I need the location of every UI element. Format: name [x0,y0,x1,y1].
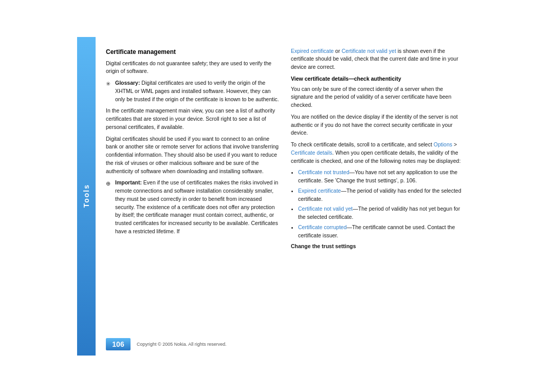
list-item-not-valid-yet: Certificate not valid yet—The period of … [298,205,466,221]
left-para1: Digital certificates do not guarantee sa… [106,60,281,76]
change-trust-heading: Change the trust settings [291,242,466,251]
cert-notes-list: Certificate not trusted—You have not set… [298,169,466,239]
list-item-expired: Expired certificate—The period of validi… [298,187,466,203]
left-column: Certificate management Digital certifica… [106,47,281,334]
cert-corrupted-link[interactable]: Certificate corrupted [298,224,347,230]
section-title: Certificate management [106,47,281,57]
right-para4-start: To check certificate details, scroll to … [291,141,434,147]
cert-not-valid-yet-link[interactable]: Certificate not valid yet [298,206,353,212]
sidebar-label: Tools [82,184,90,208]
options-link[interactable]: Options [434,141,452,147]
important-body: Even if the use of certificates makes th… [115,179,278,234]
right-para4: To check certificate details, scroll to … [291,141,466,165]
right-para4-mid: > [452,141,457,147]
sidebar: Tools [77,37,96,356]
important-bold: Important: [115,179,142,185]
right-para3: You are notified on the device display i… [291,113,466,137]
expired-cert-link[interactable]: Expired certificate [298,188,341,194]
important-box: ⊕ Important: Even if the use of certific… [106,179,281,235]
cert-details-link[interactable]: Certificate details [291,150,332,156]
left-para3: Digital certificates should be used if y… [106,135,281,176]
list-item-not-trusted: Certificate not trusted—You have not set… [298,169,466,185]
right-para2: You can only be sure of the correct iden… [291,85,466,109]
glossary-icon: ✳ [106,80,110,88]
expired-cert-link-top[interactable]: Expired certificate [291,48,334,54]
copyright-text: Copyright © 2005 Nokia. All rights reser… [137,342,227,347]
right-column: Expired certificate or Certificate not v… [291,47,466,334]
footer: 106 Copyright © 2005 Nokia. All rights r… [106,338,466,350]
cert-not-trusted-link[interactable]: Certificate not trusted [298,169,349,175]
important-icon: ⊕ [106,179,110,188]
two-column-layout: Certificate management Digital certifica… [106,47,466,334]
cert-not-valid-link-top[interactable]: Certificate not valid yet [342,48,396,54]
glossary-body: Digital certificates are used to verify … [115,80,279,102]
right-para1-or: or [334,48,341,54]
glossary-bold: Glossary: [115,80,140,86]
glossary-box: ✳ Glossary: Digital certificates are use… [106,79,281,103]
left-para2: In the certificate management main view,… [106,107,281,131]
important-text: Important: Even if the use of certificat… [115,179,278,234]
list-item-corrupted: Certificate corrupted—The certificate ca… [298,223,466,240]
page-container: Tools Certificate management Digital cer… [77,37,478,356]
page-number: 106 [106,338,131,350]
view-cert-subheading: View certificate details—check authentic… [291,75,466,83]
glossary-text: Glossary: Digital certificates are used … [115,80,279,102]
right-para1: Expired certificate or Certificate not v… [291,47,466,71]
main-content: Certificate management Digital certifica… [96,37,478,356]
